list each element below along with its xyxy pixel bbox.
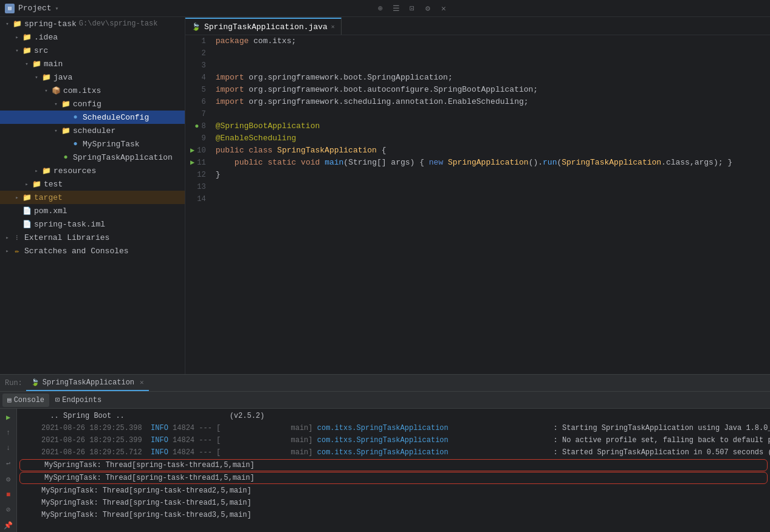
sidebar-item-schedule-config[interactable]: ● ScheduleConfig [0, 111, 185, 124]
sidebar-path-hint: G:\dev\spring-task [79, 19, 158, 28]
sidebar: 📁 spring-task G:\dev\spring-task 📁 .idea… [0, 17, 185, 374]
code-line-1: package com.itxs; [216, 35, 765, 47]
editor-area: 🍃 SpringTaskApplication.java ✕ 1 2 3 4 5… [185, 17, 770, 374]
project-icon: ▤ [5, 4, 15, 13]
sidebar-item-src[interactable]: 📁 src [0, 44, 185, 57]
console-spring-boot-line: .. Spring Boot .. (v2.5.2) [17, 410, 770, 422]
code-line-8: @SpringBootApplication [216, 120, 765, 132]
iml-icon: 📄 [22, 219, 32, 229]
sidebar-item-pom[interactable]: 📄 pom.xml [0, 204, 185, 217]
line-num-10: ▶ 10 [190, 145, 206, 157]
sidebar-label-target: target [34, 193, 63, 202]
sidebar-label-spring-task: spring-task [24, 19, 77, 29]
sidebar-item-resources[interactable]: 📁 resources [0, 164, 185, 177]
sidebar-item-spring-task[interactable]: 📁 spring-task G:\dev\spring-task [0, 17, 185, 30]
run-arrow-gutter[interactable]: ▶ [190, 157, 194, 169]
tree-arrow [51, 152, 61, 162]
sidebar-item-java[interactable]: 📁 java [0, 70, 185, 84]
wrap-btn[interactable]: ↩ [2, 457, 15, 470]
bottom-panel: Run: 🍃 SpringTaskApplication ✕ ▤ Console… [0, 374, 770, 532]
main-area: 📁 spring-task G:\dev\spring-task 📁 .idea… [0, 17, 770, 374]
tree-arrow [2, 233, 12, 242]
code-line-6: import org.springframework.scheduling.an… [216, 96, 765, 108]
endpoints-tab-btn[interactable]: ⊡ Endpoints [50, 394, 106, 407]
run-tab-close[interactable]: ✕ [140, 378, 144, 386]
run-btn[interactable]: ▶ [2, 411, 15, 424]
scroll-up-btn[interactable]: ↑ [2, 426, 15, 439]
line-num-3: 3 [190, 60, 206, 72]
console-task-line-1: MySpringTask: Thread[spring-task-thread1… [19, 459, 768, 471]
run-label: Run: [5, 379, 22, 387]
code-editor[interactable]: 1 2 3 4 5 6 7 ● 8 9 ▶ 10 ▶ 11 [185, 35, 770, 374]
tree-arrow [12, 219, 22, 229]
panel-body: ▶ ↑ ↓ ↩ ⚙ ■ ⊘ 📌 .. Spring Boot .. (v2.5.… [0, 409, 770, 532]
toolbar-settings-btn[interactable]: ⚙ [421, 2, 435, 15]
console-task-line-5: MySpringTask: Thread[spring-task-thread3… [17, 509, 770, 521]
package-icon: 📦 [51, 86, 61, 95]
console-task-line-2: MySpringTask: Thread[spring-task-thread1… [19, 472, 768, 484]
console-output[interactable]: .. Spring Boot .. (v2.5.2) 2021-08-26 18… [17, 409, 770, 532]
code-line-11: public static void main(String[] args) {… [216, 157, 765, 169]
toolbar-add-btn[interactable]: ⊕ [374, 2, 387, 15]
folder-icon: 📁 [22, 46, 32, 55]
console-task-line-4: MySpringTask: Thread[spring-task-thread1… [17, 497, 770, 509]
code-content[interactable]: package com.itxs; import org.springframe… [211, 35, 770, 374]
line-num-6: 6 [190, 96, 206, 108]
console-tab-btn[interactable]: ▤ Console [2, 394, 49, 407]
tree-arrow [32, 166, 41, 176]
tree-arrow [61, 139, 70, 149]
lib-icon: ⫶ [12, 233, 22, 242]
tree-arrow [12, 193, 22, 202]
sidebar-item-my-spring-task[interactable]: ● MySpringTask [0, 137, 185, 151]
line-num-4: 4 [190, 72, 206, 84]
settings-side-btn[interactable]: ⚙ [2, 473, 15, 486]
run-tab-spring-task-app[interactable]: 🍃 SpringTaskApplication ✕ [26, 375, 149, 391]
code-line-3 [216, 60, 765, 72]
sidebar-item-iml[interactable]: 📄 spring-task.iml [0, 217, 185, 231]
clear-btn[interactable]: ⊘ [2, 503, 15, 516]
folder-icon: 📁 [61, 126, 70, 135]
console-log-line-2: 2021-08-26 18:29:25.399 INFO 14824 --- [… [17, 434, 770, 446]
scroll-down-btn[interactable]: ↓ [2, 442, 15, 455]
console-icon: ▤ [7, 396, 12, 404]
sidebar-item-target[interactable]: 📁 target [0, 191, 185, 204]
tab-close-btn[interactable]: ✕ [331, 23, 335, 30]
java-class-icon: ● [70, 139, 80, 149]
sidebar-item-test[interactable]: 📁 test [0, 177, 185, 191]
sidebar-item-config[interactable]: 📁 config [0, 97, 185, 111]
tree-arrow [51, 126, 61, 135]
tree-arrow [22, 59, 32, 69]
panel-toolbar: ▤ Console ⊡ Endpoints [0, 392, 770, 409]
line-num-14: 14 [190, 193, 206, 205]
console-task-line-3: MySpringTask: Thread[spring-task-thread2… [17, 485, 770, 497]
editor-tab-spring-task-app[interactable]: 🍃 SpringTaskApplication.java ✕ [185, 18, 342, 35]
tree-arrow [12, 46, 22, 55]
line-num-8: ● 8 [190, 120, 206, 132]
sidebar-label-com-itxs: com.itxs [63, 86, 101, 95]
sidebar-item-scratches[interactable]: ✏ Scratches and Consoles [0, 244, 185, 257]
toolbar-split-btn[interactable]: ⊡ [405, 2, 419, 15]
endpoints-icon: ⊡ [55, 395, 60, 404]
pin-btn[interactable]: 📌 [2, 519, 15, 532]
run-bar: Run: 🍃 SpringTaskApplication ✕ [0, 375, 770, 392]
stop-btn[interactable]: ■ [2, 488, 15, 501]
sidebar-item-idea[interactable]: 📁 .idea [0, 30, 185, 44]
tree-arrow [32, 72, 41, 82]
java-class-icon: ● [70, 112, 80, 122]
sidebar-item-scheduler[interactable]: 📁 scheduler [0, 124, 185, 137]
sidebar-item-main[interactable]: 📁 main [0, 57, 185, 70]
toolbar-close-btn[interactable]: ✕ [437, 2, 450, 15]
console-log-line-3: 2021-08-26 18:29:25.712 INFO 14824 --- [… [17, 446, 770, 459]
sidebar-label-test: test [44, 180, 63, 189]
toolbar-list-btn[interactable]: ☰ [390, 2, 403, 15]
sidebar-label-ext-libs: External Libraries [24, 233, 109, 242]
panel-side-btns: ▶ ↑ ↓ ↩ ⚙ ■ ⊘ 📌 [0, 409, 17, 532]
run-gutter-icon[interactable]: ▶ [190, 145, 194, 157]
tree-arrow [2, 246, 12, 256]
sidebar-item-spring-task-app[interactable]: ● SpringTaskApplication [0, 151, 185, 164]
sidebar-label-resources: resources [53, 166, 96, 176]
line-num-13: 13 [190, 181, 206, 193]
code-line-13 [216, 181, 765, 193]
sidebar-item-com-itxs[interactable]: 📦 com.itxs [0, 84, 185, 97]
sidebar-item-ext-libs[interactable]: ⫶ External Libraries [0, 231, 185, 244]
